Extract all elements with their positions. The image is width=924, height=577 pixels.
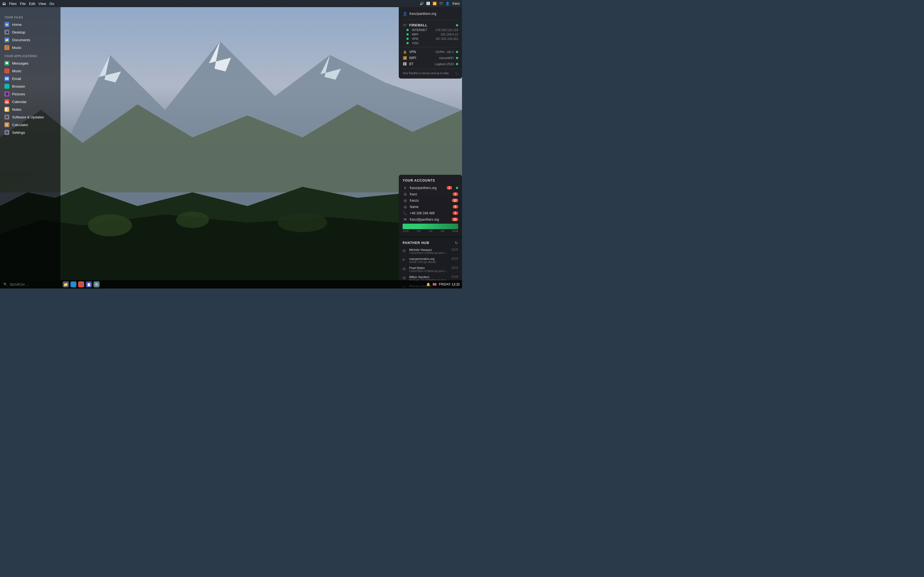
hub-message-2[interactable]: # maryam/matrix.org Great! Let's go ahea…	[399, 256, 462, 265]
wifi-row: 📶 WIFI HomeWIFI	[399, 55, 462, 61]
bt-label: BT	[409, 62, 432, 66]
taskbar-settings-icon[interactable]: ⚙	[94, 281, 100, 287]
menubar-app-icon: 🗂	[2, 2, 6, 6]
wifi-panel-icon: 📶	[402, 56, 407, 60]
account-badge-email: 11	[452, 218, 458, 221]
account-badge-phone: 1	[453, 211, 458, 215]
menubar: 🗂 Files File Edit View Go 🔊 🅱 📶 🛡 👤 fran…	[0, 0, 462, 7]
sidebar-item-pictures-label: Pictures	[12, 92, 25, 96]
notes-icon: 📝	[5, 107, 9, 112]
hub-msg-content-2: maryam/matrix.org Great! Let's go ahead.	[409, 257, 449, 263]
volume-icon[interactable]: 🔊	[420, 2, 424, 5]
internet-row: INTERNET 178.193.132.123	[399, 28, 462, 32]
vpn-value: OVPN - UK-1	[436, 50, 454, 53]
account-badge-matrix: 2	[447, 186, 452, 190]
account-row-franzs[interactable]: ◎ franzs 12	[399, 197, 462, 204]
firewall-header: 🛡 FIREWALL	[399, 22, 462, 28]
wifi-panel-label: WIFI	[409, 56, 437, 60]
taskbar-music-icon[interactable]: 🎵	[78, 281, 84, 287]
account-row-matrix[interactable]: # franz/pantherx.org 2	[399, 185, 462, 191]
sidebar-item-music-files-label: Music	[12, 46, 21, 50]
account-row-email[interactable]: ✉ franz@pantherx.org 11	[399, 216, 462, 222]
taskbar-right: 🔔 🇬🇧 FRIDAY 13:32	[426, 282, 460, 286]
hub-msg-sender-3: Pearl Bates	[409, 266, 449, 269]
music-app-icon: 🎵	[5, 68, 9, 73]
wifi-conn-row: WIFI 192.168.0.12	[399, 32, 462, 37]
sidebar-item-email[interactable]: 📧 Email	[0, 75, 60, 82]
vpn-icon: 🔒	[402, 50, 407, 54]
sidebar-item-desktop[interactable]: 🖥 Desktop	[0, 28, 60, 36]
sidebar-item-calendar[interactable]: 📅 Calendar	[0, 98, 60, 105]
account-badge-name: 5	[453, 205, 458, 208]
account-name-franzs: franzs	[410, 199, 450, 203]
account-name-email: franz@pantherx.org	[410, 218, 450, 221]
sidebar-item-settings-label: Settings	[12, 131, 25, 135]
menubar-item-files[interactable]: Files	[9, 2, 16, 6]
sidebar-item-calculator[interactable]: 🔢 Calculator	[0, 121, 60, 129]
you-row: YOU	[399, 41, 462, 45]
internet-dot	[407, 29, 409, 31]
software-updates-icon: ⚙	[5, 114, 9, 119]
taskbar-notes-icon[interactable]: 📋	[86, 281, 92, 287]
sidebar-item-browser-label: Browser	[12, 84, 25, 89]
calendar-icon: 📅	[5, 99, 9, 104]
matrix-icon: #	[402, 186, 407, 190]
hub-msg-preview-2: Great! Let's go ahead.	[409, 261, 449, 263]
taskbar-files-icon[interactable]: 📁	[63, 281, 69, 287]
sidebar-item-documents[interactable]: 📁 Documents	[0, 36, 60, 44]
sidebar-item-email-label: Email	[12, 77, 21, 81]
account-row-franz[interactable]: ◎ franz 1	[399, 191, 462, 197]
firewall-icon: 🛡	[402, 23, 407, 27]
account-name-name: Name	[410, 205, 451, 209]
sidebar-item-software-updates[interactable]: ⚙ Software & Updates	[0, 113, 60, 121]
phone-account-icon: 📞	[402, 211, 407, 215]
status-text: Your Panther is secure and up to date. 🐾	[399, 71, 462, 76]
hub-msg-sender-4: Milton Sanders	[409, 275, 449, 279]
you-label: YOU	[412, 42, 458, 45]
bt-row: 🅱 BT Logitech Z533	[399, 61, 462, 67]
search-input[interactable]	[10, 282, 57, 287]
hub-refresh-icon[interactable]: ↻	[455, 241, 458, 245]
element-icon-3: ◎	[402, 205, 407, 209]
sidebar-item-notes[interactable]: 📝 Notes	[0, 105, 60, 113]
account-dot-matrix	[456, 187, 458, 189]
hub-msg-icon-3: ◎	[402, 266, 407, 272]
sidebar-item-messages[interactable]: 💬 Messages	[0, 60, 60, 67]
svg-marker-7	[0, 214, 462, 288]
account-badge-franzs: 12	[452, 199, 458, 202]
shield-icon[interactable]: 🛡	[439, 2, 443, 5]
menubar-item-go[interactable]: Go	[50, 2, 54, 6]
hub-message-3[interactable]: ◎ Pearl Bates I send them a follow-up ju…	[399, 265, 462, 274]
hub-message-1[interactable]: ◎ Michele Vasquez I send them a follow-u…	[399, 247, 462, 256]
right-panels: 👤 franz/pantherx.org 🛡 FIREWALL INTERNET…	[399, 7, 462, 288]
user-icon[interactable]: 👤	[446, 2, 450, 5]
bluetooth-icon[interactable]: 🅱	[426, 2, 430, 5]
sidebar-item-settings[interactable]: ⚙ Settings	[0, 129, 60, 136]
sidebar-item-music-files[interactable]: 🎵 Music	[0, 44, 60, 52]
menubar-item-file[interactable]: File	[20, 2, 26, 6]
apps-section-title: YOUR APPLICATIONS	[0, 52, 60, 60]
files-section-title: YOUR FILES	[0, 13, 60, 21]
wifi-icon[interactable]: 📶	[433, 2, 437, 5]
menubar-item-view[interactable]: View	[39, 2, 46, 6]
accounts-title: YOUR ACCOUNTS	[402, 179, 458, 182]
sidebar-item-music-app[interactable]: 🎵 Music	[0, 67, 60, 75]
sidebar-item-documents-label: Documents	[12, 38, 30, 42]
user-account-name: franz/pantherx.org	[409, 12, 436, 16]
bt-status-dot	[456, 63, 458, 65]
sidebar-item-pictures[interactable]: 🖼 Pictures	[0, 90, 60, 98]
account-row-name[interactable]: ◎ Name 5	[399, 204, 462, 210]
desktop-background	[0, 0, 462, 288]
account-row-phone[interactable]: 📞 +49 168 348 489 1	[399, 210, 462, 216]
sidebar-item-music-app-label: Music	[12, 69, 21, 73]
sidebar-item-browser[interactable]: 🌐 Browser	[0, 82, 60, 90]
sidebar-item-software-updates-label: Software & Updates	[12, 115, 44, 119]
bt-icon: 🅱	[402, 62, 407, 66]
search-icon: 🔍	[3, 282, 7, 286]
sidebar-item-home-label: Home	[12, 23, 22, 27]
svg-point-9	[176, 211, 209, 228]
sidebar-item-home[interactable]: 🏠 Home	[0, 21, 60, 28]
taskbar-browser-icon[interactable]: 🌐	[70, 281, 76, 287]
sidebar-item-desktop-label: Desktop	[12, 30, 25, 34]
menubar-item-edit[interactable]: Edit	[29, 2, 35, 6]
